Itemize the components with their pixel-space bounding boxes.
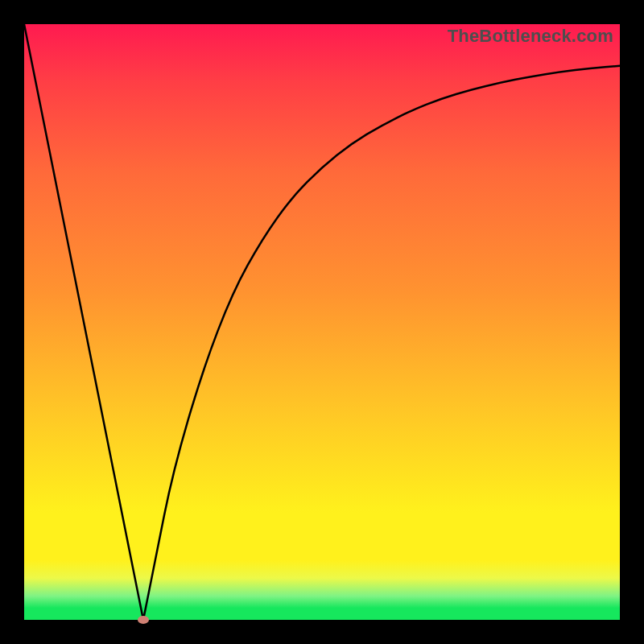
- minimum-marker: [138, 616, 149, 624]
- bottleneck-curve: [24, 24, 620, 620]
- plot-area: TheBottleneck.com: [24, 24, 620, 620]
- chart-frame: TheBottleneck.com: [0, 0, 644, 644]
